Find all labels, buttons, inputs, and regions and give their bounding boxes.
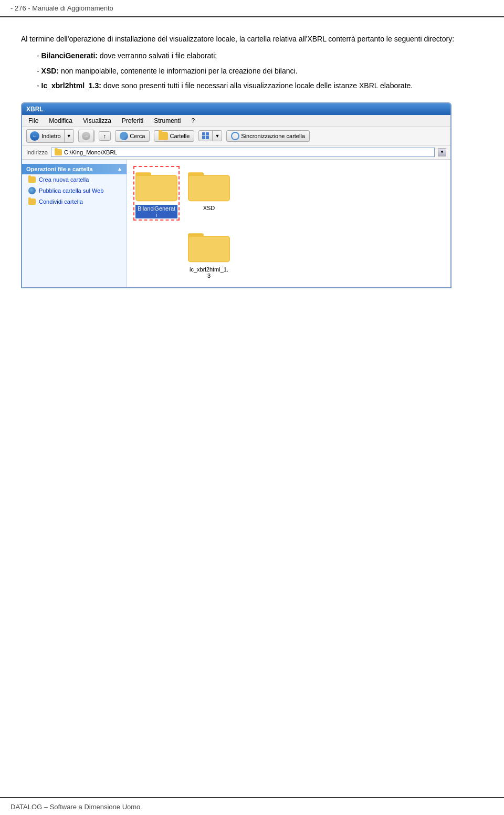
- menu-preferiti[interactable]: Preferiti: [120, 116, 145, 126]
- panel-collapse-icon[interactable]: ▲: [117, 166, 122, 172]
- up-icon: ↑: [103, 133, 107, 139]
- folders-icon: [159, 132, 168, 140]
- back-arrow-icon: ←: [30, 131, 39, 141]
- menu-visualizza[interactable]: Visualizza: [81, 116, 113, 126]
- address-folder-icon: [55, 149, 62, 155]
- folder-bilanci-generati[interactable]: BilanciGenerati: [135, 168, 177, 219]
- folder-icon-ic-xbrl: [188, 229, 230, 264]
- second-row: ic_xbrl2html_1.3: [135, 229, 442, 279]
- share-folder-icon: [28, 198, 36, 205]
- explorer-toolbar: ← Indietro ▼ → ↑ Cerca: [22, 127, 450, 145]
- panel-item-publish-label: Pubblica cartella sul Web: [39, 187, 103, 194]
- forward-button[interactable]: →: [78, 130, 94, 142]
- new-folder-icon: [28, 176, 36, 183]
- folders-label: Cartelle: [170, 133, 190, 139]
- folder-xsd-label: XSD: [203, 205, 215, 211]
- publish-globe-icon: [28, 187, 36, 194]
- sync-button[interactable]: Sincronizzazione cartella: [226, 130, 310, 142]
- address-label: Indirizzo: [26, 149, 48, 155]
- up-button[interactable]: ↑: [99, 131, 111, 141]
- panel-item-new-folder[interactable]: Crea nuova cartella: [22, 174, 127, 185]
- panel-header-label: Operazioni file e cartella: [26, 166, 93, 172]
- explorer-title: XBRL: [26, 106, 44, 113]
- folder-bilanci-label: BilanciGenerati: [135, 205, 177, 218]
- views-dropdown-arrow[interactable]: ▼: [213, 132, 222, 140]
- right-panel: BilanciGenerati XSD: [127, 160, 450, 287]
- panel-section-operations: Operazioni file e cartella ▲ Crea nuova …: [22, 164, 127, 207]
- views-button[interactable]: ▼: [198, 130, 222, 141]
- folders-button[interactable]: Cartelle: [154, 130, 194, 142]
- panel-item-share[interactable]: Condividi cartella: [22, 196, 127, 207]
- folder-ic-xbrl[interactable]: ic_xbrl2html_1.3: [188, 229, 230, 279]
- bullet-text-3: dove sono presenti tutti i file necessar…: [103, 81, 413, 90]
- bullet-item-2: XSD: non manipolabile, contenente le inf…: [37, 65, 483, 77]
- explorer-body: Operazioni file e cartella ▲ Crea nuova …: [22, 160, 450, 287]
- folder-ic-xbrl-label: ic_xbrl2html_1.3: [188, 266, 230, 279]
- panel-header-operations: Operazioni file e cartella ▲: [22, 164, 127, 174]
- row-spacer: [135, 229, 188, 279]
- folder-icon-bilanci: [135, 168, 177, 203]
- bullet-text-1: dove verranno salvati i file elaborati;: [100, 51, 217, 60]
- bullet-text-2: non manipolabile, contenente le informaz…: [61, 67, 298, 75]
- views-grid-icon: [202, 132, 209, 139]
- search-button[interactable]: Cerca: [115, 130, 150, 142]
- bullet-term-1: BilanciGenerati:: [41, 51, 98, 60]
- forward-arrow-icon: →: [82, 132, 90, 140]
- left-panel: Operazioni file e cartella ▲ Crea nuova …: [22, 160, 127, 287]
- folder-icon-xsd: [188, 168, 230, 203]
- address-dropdown-button[interactable]: ▼: [438, 148, 446, 156]
- back-main[interactable]: ← Indietro: [27, 130, 65, 142]
- panel-item-publish[interactable]: Pubblica cartella sul Web: [22, 185, 127, 196]
- address-input[interactable]: C:\King_Mono\XBRL: [51, 148, 435, 157]
- back-label: Indietro: [41, 133, 61, 139]
- sync-label: Sincronizzazione cartella: [241, 133, 305, 139]
- panel-item-new-folder-label: Crea nuova cartella: [39, 176, 89, 183]
- page-header: - 276 - Manuale di Aggiornamento: [0, 0, 504, 17]
- sync-icon: [231, 132, 239, 140]
- back-dropdown-arrow[interactable]: ▼: [65, 132, 74, 140]
- back-button[interactable]: ← Indietro ▼: [26, 129, 74, 143]
- explorer-menu-bar: File Modifica Visualizza Preferiti Strum…: [22, 115, 450, 127]
- footer-text: DATALOG – Software a Dimensione Uomo: [10, 803, 140, 811]
- search-icon: [120, 132, 128, 140]
- forward-main[interactable]: →: [79, 130, 94, 142]
- folder-xsd[interactable]: XSD: [188, 168, 230, 219]
- menu-strumenti[interactable]: Strumenti: [152, 116, 183, 126]
- address-bar: Indirizzo C:\King_Mono\XBRL ▼: [22, 145, 450, 160]
- main-content: Al termine dell'operazione di installazi…: [0, 17, 504, 309]
- svg-rect-5: [189, 176, 229, 201]
- bullet-item-3: Ic_xbrl2html_1.3: dove sono presenti tut…: [37, 80, 483, 91]
- page-footer: DATALOG – Software a Dimensione Uomo: [0, 797, 504, 815]
- explorer-title-bar: XBRL: [22, 103, 450, 115]
- bullet-list: BilanciGenerati: dove verranno salvati i…: [37, 50, 483, 91]
- bullet-term-2: XSD:: [41, 67, 59, 75]
- address-path: C:\King_Mono\XBRL: [64, 149, 118, 155]
- views-main[interactable]: [199, 131, 213, 141]
- bullet-term-3: Ic_xbrl2html_1.3:: [41, 81, 101, 90]
- bullet-item-1: BilanciGenerati: dove verranno salvati i…: [37, 50, 483, 61]
- menu-file[interactable]: File: [26, 116, 40, 126]
- header-text: - 276 - Manuale di Aggiornamento: [10, 4, 113, 12]
- panel-item-share-label: Condividi cartella: [39, 198, 83, 205]
- menu-help[interactable]: ?: [190, 116, 197, 126]
- svg-rect-8: [189, 237, 229, 262]
- search-label: Cerca: [130, 133, 145, 139]
- intro-paragraph: Al termine dell'operazione di installazi…: [21, 33, 483, 45]
- menu-modifica[interactable]: Modifica: [47, 116, 75, 126]
- svg-rect-2: [136, 176, 177, 201]
- explorer-window: XBRL File Modifica Visualizza Preferiti …: [21, 102, 452, 288]
